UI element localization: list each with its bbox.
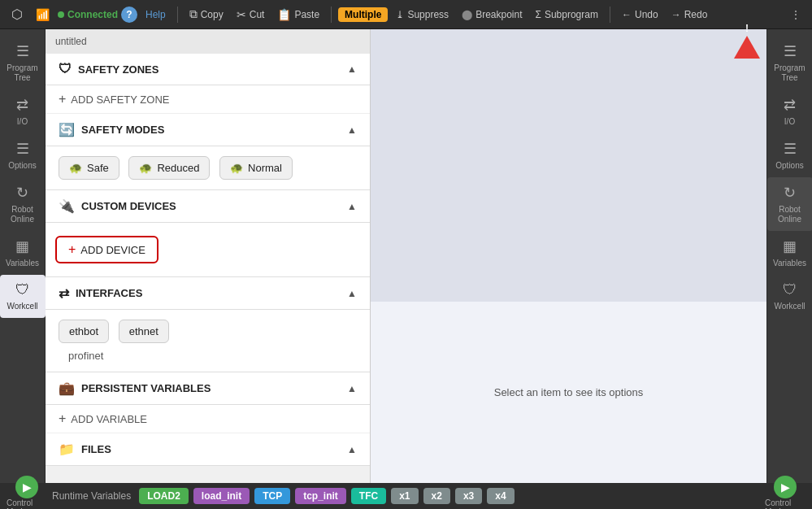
add-device-label: ADD DEVICE (80, 244, 145, 256)
add-variable-row[interactable]: + ADD VARIABLE (46, 405, 370, 433)
connected-dot (58, 11, 64, 18)
runtime-chip-load2[interactable]: LOAD2 (139, 488, 189, 504)
add-safety-zone-plus: + (59, 92, 66, 107)
separator-3 (610, 7, 610, 23)
cut-button[interactable]: ✂ Cut (232, 5, 270, 24)
persistent-vars-icon: 💼 (59, 381, 75, 396)
safety-modes-container: 🐢 Safe 🐢 Reduced 🐢 Normal (46, 146, 370, 190)
center-panel: untitled 🛡 SAFETY ZONES ▲ + ADD SAFETY Z… (46, 29, 371, 483)
help-icon[interactable]: ? (121, 7, 137, 23)
persistent-vars-label: PERSISTENT VARIABLES (81, 382, 211, 394)
workcell-icon: 🛡 (15, 281, 30, 298)
redo-icon: → (671, 9, 681, 20)
robot-online-icon: ↻ (16, 184, 28, 202)
connected-label: Connected (67, 9, 118, 20)
right-io-icon: ⇄ (784, 96, 796, 114)
left-play-button[interactable]: ▶ (15, 476, 38, 498)
mode-reduced-icon: 🐢 (139, 162, 152, 174)
runtime-chip-x2[interactable]: x2 (423, 488, 450, 504)
add-variable-label: ADD VARIABLE (71, 413, 147, 425)
suppress-icon: ⤓ (396, 9, 404, 20)
persistent-vars-header[interactable]: 💼 PERSISTENT VARIABLES ▲ (46, 372, 370, 405)
sidebar-item-options[interactable]: ☰ Options (0, 133, 46, 177)
more-options-button[interactable]: ⋮ (786, 6, 805, 24)
add-device-button[interactable]: + ADD DEVICE (55, 236, 158, 263)
mode-chip-safe[interactable]: 🐢 Safe (59, 156, 119, 180)
interfaces-header[interactable]: ⇄ INTERFACES ▲ (46, 277, 370, 310)
custom-devices-header[interactable]: 🔌 CUSTOM DEVICES ▲ (46, 190, 370, 223)
mode-chip-reduced[interactable]: 🐢 Reduced (128, 156, 210, 180)
files-header[interactable]: 📁 FILES ▲ (46, 433, 370, 466)
files-chevron: ▲ (347, 444, 357, 455)
safety-modes-chevron: ▲ (347, 124, 357, 136)
separator-2 (331, 7, 332, 23)
select-message: Select an item to see its options (494, 386, 644, 398)
sidebar-item-workcell[interactable]: 🛡 Workcell (0, 275, 46, 318)
right-sidebar-item-program-tree[interactable]: ☰ Program Tree (767, 36, 813, 89)
iface-ethbot-label: ethbot (69, 325, 98, 337)
right-sidebar-item-io[interactable]: ⇄ I/O (767, 89, 813, 133)
sidebar-item-program-tree[interactable]: ☰ Program Tree (0, 36, 46, 89)
interfaces-chevron: ▲ (347, 288, 357, 299)
runtime-chip-x1[interactable]: x1 (391, 488, 418, 504)
subprogram-button[interactable]: Σ Subprogram (531, 6, 603, 24)
safety-zones-chevron: ▲ (347, 63, 357, 75)
runtime-chip-tfc[interactable]: TFC (351, 488, 386, 504)
help-label[interactable]: Help (141, 6, 171, 24)
safety-modes-header-left: 🔄 SAFETY MODES (59, 122, 164, 137)
iface-chip-ethbot[interactable]: ethbot (59, 320, 109, 343)
left-control-mode: ▶ Control Mode (7, 476, 47, 509)
add-safety-zone-label: ADD SAFETY ZONE (71, 94, 169, 106)
right-content: ! Select an item to see its options (371, 29, 766, 483)
runtime-chip-load-init[interactable]: load_init (193, 488, 250, 504)
paste-button[interactable]: 📋 Paste (272, 5, 324, 24)
toolbar-more: ⋮ (786, 6, 805, 24)
redo-button[interactable]: → Redo (667, 6, 713, 24)
right-sidebar-item-variables[interactable]: ▦ Variables (767, 231, 813, 275)
files-label: FILES (81, 443, 111, 455)
runtime-chip-x4[interactable]: x4 (487, 488, 514, 504)
interfaces-header-left: ⇄ INTERFACES (59, 285, 142, 301)
safety-modes-header[interactable]: 🔄 SAFETY MODES ▲ (46, 114, 370, 146)
mode-chip-normal[interactable]: 🐢 Normal (219, 156, 293, 180)
runtime-chip-tcp[interactable]: TCP (254, 488, 290, 504)
runtime-chip-tcp-init[interactable]: tcp_init (295, 488, 346, 504)
alert-symbol: ! (745, 23, 749, 34)
custom-devices-header-left: 🔌 CUSTOM DEVICES (59, 198, 176, 214)
sidebar-item-robot-online[interactable]: ↻ Robot Online (0, 177, 46, 231)
sidebar-item-io[interactable]: ⇄ I/O (0, 89, 46, 133)
undo-icon: ← (622, 9, 632, 20)
iface-chip-ethnet[interactable]: ethnet (119, 320, 169, 343)
sidebar-item-variables[interactable]: ▦ Variables (0, 231, 46, 275)
right-sidebar-item-robot-online[interactable]: ↻ Robot Online (767, 177, 813, 231)
runtime-label: Runtime Variables (52, 490, 131, 502)
right-options-icon: ☰ (784, 140, 797, 158)
add-safety-zone-row[interactable]: + ADD SAFETY ZONE (46, 85, 370, 114)
suppress-button[interactable]: ⤓ Suppress (391, 6, 454, 24)
alert-container: ! (734, 36, 760, 59)
options-icon: ☰ (16, 140, 29, 158)
breakpoint-button[interactable]: ⬤ Breakpoint (457, 6, 527, 24)
cut-icon: ✂ (237, 8, 246, 21)
safety-zones-header-left: 🛡 SAFETY ZONES (59, 62, 158, 76)
copy-button[interactable]: ⧉ Copy (185, 4, 228, 24)
right-sidebar-item-options[interactable]: ☰ Options (767, 133, 813, 177)
right-program-tree-icon: ☰ (784, 42, 797, 60)
files-header-left: 📁 FILES (59, 442, 111, 457)
persistent-vars-chevron: ▲ (347, 383, 357, 394)
breakpoint-icon: ⬤ (462, 9, 472, 20)
right-variables-icon: ▦ (783, 237, 797, 255)
profinet-label: profinet (55, 346, 360, 365)
wifi-icon: 📶 (31, 5, 54, 24)
runtime-chip-x3[interactable]: x3 (455, 488, 482, 504)
right-bottom-area: Select an item to see its options (371, 302, 766, 483)
safety-zones-header[interactable]: 🛡 SAFETY ZONES ▲ (46, 54, 370, 85)
right-play-button[interactable]: ▶ (774, 476, 797, 498)
mode-safe-icon: 🐢 (69, 162, 82, 174)
right-sidebar-item-workcell[interactable]: 🛡 Workcell (767, 275, 813, 318)
main-layout: ☰ Program Tree ⇄ I/O ☰ Options ↻ Robot O… (0, 29, 812, 483)
right-top-area (371, 29, 766, 302)
iface-ethnet-label: ethnet (129, 325, 158, 337)
right-control-mode: ▶ Control Mode (765, 476, 805, 509)
undo-button[interactable]: ← Undo (617, 6, 663, 24)
